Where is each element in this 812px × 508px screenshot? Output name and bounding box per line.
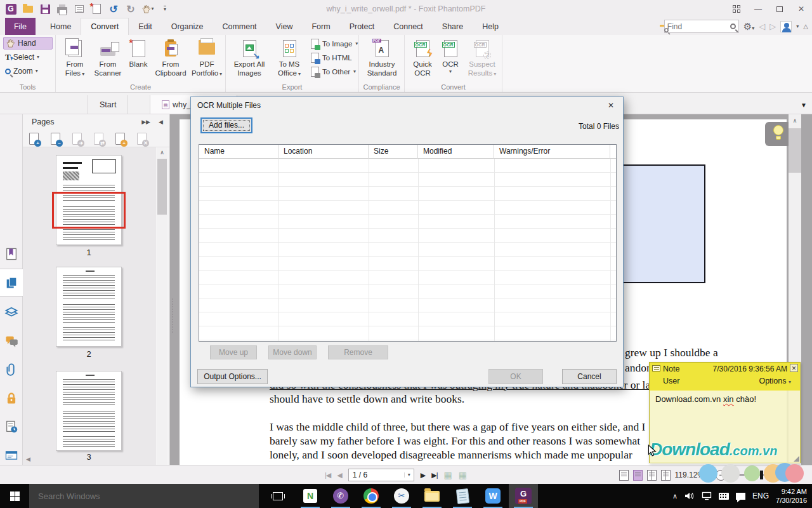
layers-panel-button[interactable] <box>4 305 19 320</box>
taskbar-search-box[interactable] <box>29 484 259 508</box>
column-header-warnings[interactable]: Warnings/Error <box>494 145 610 159</box>
taskbar-app-viber[interactable]: ✆ <box>326 484 355 508</box>
pdf-portfolio-button[interactable]: PDF Portfolio▾ <box>189 37 225 78</box>
column-header-size[interactable]: Size <box>369 145 418 159</box>
show-hidden-icons-button[interactable]: ∧ <box>672 492 678 500</box>
lightbulb-note-icon[interactable] <box>765 122 792 146</box>
tab-form[interactable]: Form <box>302 18 339 35</box>
close-button[interactable]: ✕ <box>790 0 812 18</box>
note-resize-grip[interactable] <box>794 456 799 462</box>
export-all-images-button[interactable]: ↘ Export All Images <box>228 37 270 78</box>
zoom-in-thumbnails-button[interactable]: + <box>29 133 39 145</box>
network-icon[interactable] <box>702 491 712 500</box>
blank-button[interactable]: * Blank <box>124 37 152 69</box>
column-header-modified[interactable]: Modified <box>418 145 494 159</box>
output-options-button[interactable]: Output Options... <box>197 369 268 384</box>
touch-keyboard-icon[interactable] <box>719 493 729 500</box>
volume-icon[interactable] <box>684 491 695 500</box>
tab-thumbnails-button[interactable] <box>726 0 747 18</box>
select-tool-button[interactable]: T Select▾ <box>3 51 53 64</box>
from-files-button[interactable]: From Files▾ <box>58 37 91 78</box>
page-number-combo[interactable]: 1 / 6 ▾ <box>348 469 414 481</box>
single-page-view-button[interactable] <box>619 470 629 481</box>
continuous-view-button[interactable] <box>633 470 643 481</box>
insert-page-button[interactable]: + <box>115 133 125 145</box>
user-avatar[interactable] <box>780 21 792 32</box>
doc-tab-start[interactable]: Start <box>88 95 128 114</box>
find-input[interactable] <box>667 22 728 31</box>
column-header-location[interactable]: Location <box>278 145 369 159</box>
tab-list-dropdown[interactable]: ▼ <box>801 102 807 109</box>
hand-tool-button[interactable]: Hand <box>3 37 53 50</box>
tab-edit[interactable]: Edit <box>129 18 162 35</box>
create-blank-pdf-button[interactable]: * <box>89 2 103 16</box>
column-header-name[interactable]: Name <box>199 145 278 159</box>
maximize-button[interactable] <box>769 0 790 18</box>
print-button[interactable] <box>55 2 69 16</box>
facing-view-button[interactable] <box>647 470 657 481</box>
tab-view[interactable]: View <box>266 18 303 35</box>
first-page-button[interactable]: |◀ <box>325 471 331 479</box>
tab-share[interactable]: Share <box>433 18 473 35</box>
note-header[interactable]: Note 7/30/2016 9:36:56 AM ✕ User Options… <box>650 363 800 391</box>
last-page-button[interactable]: ▶| <box>431 471 437 479</box>
horizontal-scroll-left-icon[interactable]: ◀ <box>26 456 30 462</box>
zoom-tool-button[interactable]: Zoom▾ <box>3 65 53 77</box>
ocr-button[interactable]: OCR OCR ▾ <box>438 37 463 74</box>
page-combo-caret-icon[interactable]: ▾ <box>404 472 414 478</box>
undo-button[interactable]: ↺ <box>107 2 121 16</box>
page-thumbnail-3[interactable] <box>56 371 122 451</box>
taskbar-app-notepad-plus-plus[interactable]: N <box>296 484 325 508</box>
panel-resize-grip[interactable] <box>172 298 173 333</box>
tab-comment[interactable]: Comment <box>213 18 266 35</box>
minimize-button[interactable]: — <box>747 0 769 18</box>
document-properties-button[interactable] <box>72 2 86 16</box>
open-file-button[interactable] <box>21 2 35 16</box>
start-button[interactable] <box>0 484 29 508</box>
from-scanner-button[interactable]: From Scanner <box>91 37 124 78</box>
taskbar-app-foxit-phantompdf[interactable]: G <box>509 484 538 508</box>
customize-toolbar-button[interactable]: ▾ <box>158 2 172 16</box>
forward-button[interactable]: ▷ <box>769 22 776 31</box>
next-page-button[interactable]: ▶ <box>421 471 425 479</box>
zoom-out-thumbnails-button[interactable]: − <box>51 133 60 145</box>
security-panel-button[interactable] <box>4 391 19 406</box>
hand-tool-dropdown-button[interactable]: ▾ <box>141 2 155 16</box>
search-icon[interactable] <box>730 23 736 29</box>
language-indicator[interactable]: ENG <box>752 491 769 500</box>
cancel-button[interactable]: Cancel <box>562 369 617 384</box>
back-button[interactable]: ◁ <box>759 22 765 31</box>
document-scrollbar-thumb[interactable] <box>789 128 801 173</box>
tab-file[interactable]: File <box>5 18 36 35</box>
expand-panel-icon[interactable]: ▶▶ <box>141 119 150 125</box>
taskbar-app-word[interactable]: W <box>478 484 508 508</box>
taskbar-search-input[interactable] <box>29 491 239 501</box>
tab-connect[interactable]: Connect <box>384 18 433 35</box>
tab-protect[interactable]: Protect <box>340 18 384 35</box>
industry-standard-button[interactable]: PDFA Industry Standard <box>361 37 403 78</box>
redo-button[interactable]: ↻ <box>124 2 138 16</box>
comments-panel-button[interactable] <box>4 333 19 349</box>
taskbar-app-chrome[interactable] <box>357 484 386 508</box>
tab-convert[interactable]: Convert <box>81 18 129 35</box>
dialog-close-button[interactable]: ✕ <box>604 100 618 111</box>
to-other-button[interactable]: To Other▾ <box>311 65 356 78</box>
pages-scrollbar-thumb[interactable] <box>157 159 167 215</box>
collapse-panel-icon[interactable]: ◀ <box>159 119 163 125</box>
to-ms-office-button[interactable]: To MS Office▾ <box>272 37 307 78</box>
note-options-button[interactable]: Options ▾ <box>759 377 791 385</box>
task-view-button[interactable] <box>265 484 291 508</box>
add-files-button[interactable]: Add files... <box>200 117 252 133</box>
attachments-panel-button[interactable] <box>4 362 19 377</box>
pages-panel-button[interactable] <box>4 275 19 290</box>
bookmarks-panel-button[interactable] <box>4 246 19 262</box>
save-button[interactable] <box>38 2 52 16</box>
collapse-ribbon-button[interactable]: △ <box>803 23 808 30</box>
dialog-title-bar[interactable]: OCR Multiple Files <box>191 97 623 114</box>
note-close-button[interactable]: ✕ <box>790 364 798 372</box>
taskbar-app-notepad[interactable] <box>448 484 477 508</box>
to-html-button[interactable]: To HTML <box>311 51 352 64</box>
fields-panel-button[interactable] <box>4 448 19 463</box>
clock[interactable]: 9:42 AM 7/30/2016 <box>776 487 807 505</box>
foxit-logo-icon[interactable]: G <box>4 2 18 16</box>
